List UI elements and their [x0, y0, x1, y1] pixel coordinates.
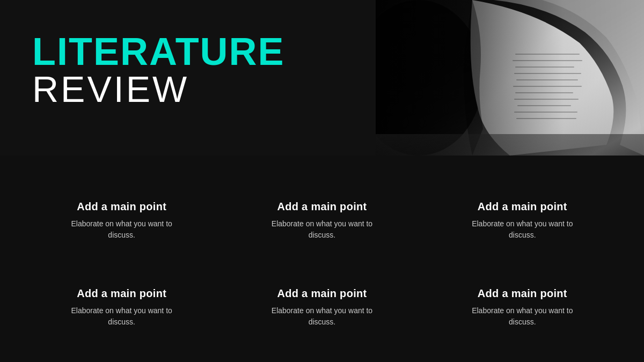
- grid-item-desc-5: Elaborate on what you want to discuss.: [263, 305, 381, 328]
- grid-item-2: Add a main pointElaborate on what you wa…: [222, 177, 422, 264]
- grid-item-4: Add a main pointElaborate on what you wa…: [21, 264, 222, 352]
- grid-item-desc-4: Elaborate on what you want to discuss.: [63, 305, 181, 328]
- grid-item-desc-6: Elaborate on what you want to discuss.: [463, 305, 581, 328]
- svg-rect-13: [376, 0, 644, 156]
- grid-item-6: Add a main pointElaborate on what you wa…: [422, 264, 623, 352]
- grid-item-desc-2: Elaborate on what you want to discuss.: [263, 218, 381, 241]
- grid-item-3: Add a main pointElaborate on what you wa…: [422, 177, 623, 264]
- grid-item-title-6: Add a main point: [478, 287, 567, 300]
- title-review: REVIEW: [32, 71, 285, 107]
- slide: LITERATURE REVIEW Add a main pointElabor…: [0, 0, 644, 362]
- grid-item-desc-3: Elaborate on what you want to discuss.: [463, 218, 581, 241]
- grid-item-title-3: Add a main point: [478, 201, 567, 213]
- book-image: [376, 0, 644, 156]
- svg-rect-14: [376, 134, 644, 156]
- grid-item-1: Add a main pointElaborate on what you wa…: [21, 177, 222, 264]
- header-area: LITERATURE REVIEW: [0, 0, 644, 156]
- grid-item-title-1: Add a main point: [77, 201, 166, 213]
- grid-item-title-4: Add a main point: [77, 287, 166, 300]
- title-literature: LITERATURE: [32, 32, 285, 71]
- title-area: LITERATURE REVIEW: [32, 32, 285, 107]
- grid-item-title-5: Add a main point: [277, 287, 367, 300]
- content-grid: Add a main pointElaborate on what you wa…: [0, 166, 644, 362]
- grid-item-title-2: Add a main point: [277, 201, 367, 213]
- grid-item-desc-1: Elaborate on what you want to discuss.: [63, 218, 181, 241]
- grid-item-5: Add a main pointElaborate on what you wa…: [222, 264, 422, 352]
